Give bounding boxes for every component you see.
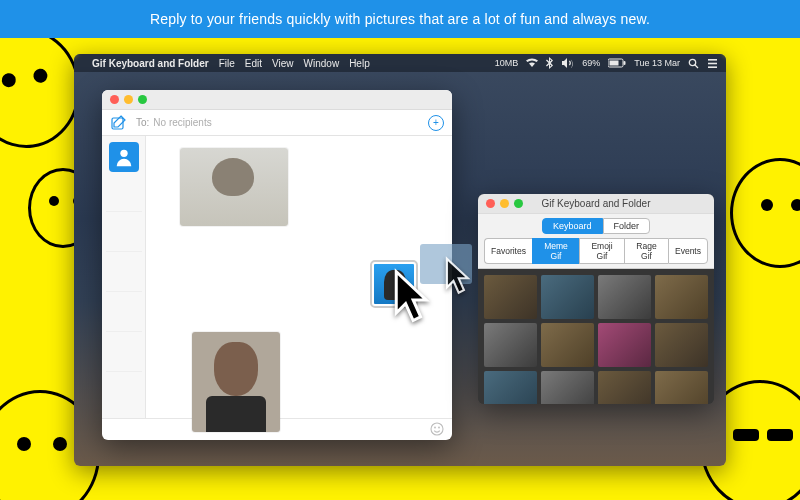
gif-window-title: Gif Keyboard and Folder bbox=[542, 198, 651, 209]
battery-icon[interactable] bbox=[608, 58, 626, 69]
wifi-icon[interactable] bbox=[526, 58, 538, 69]
conversation-slot[interactable] bbox=[106, 216, 142, 252]
promo-banner: Reply to your friends quickly with pictu… bbox=[0, 0, 800, 38]
details-button[interactable]: + bbox=[428, 115, 444, 131]
close-icon[interactable] bbox=[486, 199, 495, 208]
gif-thumbnail[interactable] bbox=[484, 371, 537, 404]
svg-rect-6 bbox=[708, 62, 717, 64]
menubar-item-view[interactable]: View bbox=[272, 58, 294, 69]
smile-icon[interactable] bbox=[430, 422, 444, 438]
svg-rect-1 bbox=[610, 61, 619, 66]
macos-menubar: Gif Keyboard and Folder File Edit View W… bbox=[74, 54, 726, 72]
messages-toolbar: To: No recipients + bbox=[102, 110, 452, 136]
conversation-sidebar bbox=[102, 136, 146, 418]
zoom-icon[interactable] bbox=[138, 95, 147, 104]
gif-thumbnail[interactable] bbox=[598, 371, 651, 404]
gif-thumbnail[interactable] bbox=[655, 275, 708, 319]
new-conversation-avatar[interactable] bbox=[109, 142, 139, 172]
gif-thumbnail[interactable] bbox=[541, 323, 594, 367]
svg-point-11 bbox=[434, 426, 436, 428]
svg-line-4 bbox=[695, 65, 698, 68]
svg-rect-5 bbox=[708, 59, 717, 61]
gif-thumbnail[interactable] bbox=[598, 323, 651, 367]
gif-grid bbox=[478, 269, 714, 404]
tab-folder[interactable]: Folder bbox=[603, 218, 651, 234]
gif-thumbnail[interactable] bbox=[541, 275, 594, 319]
notification-center-icon[interactable] bbox=[707, 57, 718, 68]
promo-banner-text: Reply to your friends quickly with pictu… bbox=[150, 11, 650, 27]
compose-button[interactable] bbox=[110, 114, 128, 132]
net-speed-indicator[interactable]: 10MB bbox=[495, 58, 519, 68]
cat-meme-gif[interactable]: Meme Gif bbox=[532, 238, 579, 264]
to-placeholder: No recipients bbox=[153, 117, 211, 128]
tab-keyboard[interactable]: Keyboard bbox=[542, 218, 603, 234]
svg-point-10 bbox=[431, 423, 443, 435]
zoom-icon[interactable] bbox=[514, 199, 523, 208]
mode-segmented-control[interactable]: Keyboard Folder bbox=[478, 214, 714, 236]
volume-icon[interactable] bbox=[562, 58, 574, 69]
conversation-slot[interactable] bbox=[106, 256, 142, 292]
gif-thumbnail[interactable] bbox=[655, 371, 708, 404]
gif-thumbnail[interactable] bbox=[655, 323, 708, 367]
menubar-app-name[interactable]: Gif Keyboard and Folder bbox=[92, 58, 209, 69]
messages-titlebar[interactable] bbox=[102, 90, 452, 110]
search-icon[interactable] bbox=[688, 57, 699, 68]
cursor-icon bbox=[392, 268, 438, 328]
conversation-slot[interactable] bbox=[106, 176, 142, 212]
gif-keyboard-window: Gif Keyboard and Folder Keyboard Folder … bbox=[478, 194, 714, 404]
svg-rect-2 bbox=[624, 61, 626, 65]
svg-point-3 bbox=[689, 59, 695, 65]
window-controls[interactable] bbox=[110, 95, 147, 104]
gif-thumbnail[interactable] bbox=[598, 275, 651, 319]
menubar-item-help[interactable]: Help bbox=[349, 58, 370, 69]
dropped-gif-cat[interactable] bbox=[180, 148, 288, 226]
menubar-item-edit[interactable]: Edit bbox=[245, 58, 262, 69]
menubar-right: 10MB 69% Tue 13 Mar bbox=[495, 57, 718, 69]
meme-face-decor bbox=[730, 158, 800, 268]
cat-emoji-gif[interactable]: Emoji Gif bbox=[579, 238, 624, 264]
background-collage: Gif Keyboard and Folder File Edit View W… bbox=[0, 38, 800, 500]
dropped-gif-person[interactable] bbox=[192, 332, 280, 432]
gif-thumbnail[interactable] bbox=[541, 371, 594, 404]
menubar-item-file[interactable]: File bbox=[219, 58, 235, 69]
menubar-item-window[interactable]: Window bbox=[304, 58, 340, 69]
cat-favorites[interactable]: Favorites bbox=[484, 238, 532, 264]
to-field[interactable]: To: No recipients bbox=[136, 117, 420, 128]
conversation-slot[interactable] bbox=[106, 296, 142, 332]
svg-point-12 bbox=[438, 426, 440, 428]
category-segmented-control[interactable]: Favorites Meme Gif Emoji Gif Rage Gif Ev… bbox=[478, 236, 714, 269]
svg-point-9 bbox=[120, 150, 127, 157]
svg-rect-7 bbox=[708, 66, 717, 68]
conversation-slot[interactable] bbox=[106, 336, 142, 372]
macos-desktop-screenshot: Gif Keyboard and Folder File Edit View W… bbox=[74, 54, 726, 466]
menubar-datetime[interactable]: Tue 13 Mar bbox=[634, 58, 680, 68]
minimize-icon[interactable] bbox=[124, 95, 133, 104]
gif-thumbnail[interactable] bbox=[484, 323, 537, 367]
to-label: To: bbox=[136, 117, 149, 128]
bluetooth-icon[interactable] bbox=[546, 57, 554, 69]
cat-rage-gif[interactable]: Rage Gif bbox=[624, 238, 668, 264]
battery-percent[interactable]: 69% bbox=[582, 58, 600, 68]
gif-thumbnail[interactable] bbox=[484, 275, 537, 319]
minimize-icon[interactable] bbox=[500, 199, 509, 208]
gif-window-titlebar[interactable]: Gif Keyboard and Folder bbox=[478, 194, 714, 214]
cat-events[interactable]: Events bbox=[668, 238, 708, 264]
cursor-icon bbox=[444, 256, 476, 298]
window-controls[interactable] bbox=[486, 199, 523, 208]
close-icon[interactable] bbox=[110, 95, 119, 104]
